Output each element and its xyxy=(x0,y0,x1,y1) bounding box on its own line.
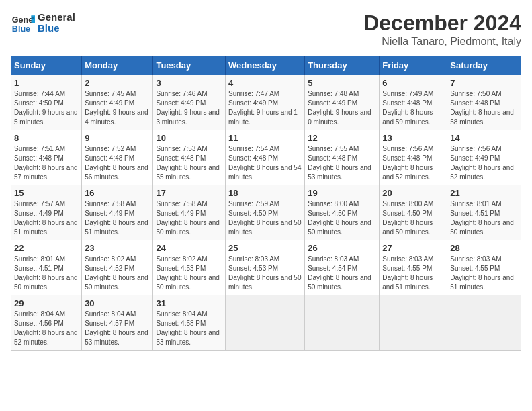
day-number: 20 xyxy=(382,188,444,198)
day-info: Sunrise: 7:55 AM Sunset: 4:48 PM Dayligh… xyxy=(308,144,376,182)
calendar-cell: 12Sunrise: 7:55 AM Sunset: 4:48 PM Dayli… xyxy=(305,130,380,185)
header-day-thursday: Thursday xyxy=(305,56,380,75)
calendar-cell: 19Sunrise: 8:00 AM Sunset: 4:50 PM Dayli… xyxy=(305,185,380,240)
calendar-cell: 28Sunrise: 8:03 AM Sunset: 4:55 PM Dayli… xyxy=(447,240,521,295)
week-row-3: 15Sunrise: 7:57 AM Sunset: 4:49 PM Dayli… xyxy=(11,185,521,240)
calendar-cell: 20Sunrise: 8:00 AM Sunset: 4:50 PM Dayli… xyxy=(380,185,447,240)
calendar-cell: 1Sunrise: 7:44 AM Sunset: 4:50 PM Daylig… xyxy=(11,75,82,130)
calendar-table: SundayMondayTuesdayWednesdayThursdayFrid… xyxy=(11,56,521,351)
day-number: 21 xyxy=(450,188,518,198)
calendar-cell: 31Sunrise: 8:04 AM Sunset: 4:58 PM Dayli… xyxy=(153,295,226,351)
logo-icon: General Blue xyxy=(11,11,35,35)
calendar-cell xyxy=(380,295,447,351)
day-number: 8 xyxy=(14,133,79,143)
day-info: Sunrise: 7:53 AM Sunset: 4:48 PM Dayligh… xyxy=(156,144,222,182)
day-number: 18 xyxy=(228,188,302,198)
calendar-cell: 13Sunrise: 7:56 AM Sunset: 4:48 PM Dayli… xyxy=(380,130,447,185)
week-row-1: 1Sunrise: 7:44 AM Sunset: 4:50 PM Daylig… xyxy=(11,75,521,130)
day-info: Sunrise: 8:02 AM Sunset: 4:52 PM Dayligh… xyxy=(85,255,150,292)
day-number: 1 xyxy=(14,78,79,88)
svg-text:Blue: Blue xyxy=(12,24,30,34)
day-info: Sunrise: 7:46 AM Sunset: 4:49 PM Dayligh… xyxy=(156,89,222,127)
day-info: Sunrise: 7:57 AM Sunset: 4:49 PM Dayligh… xyxy=(14,199,79,237)
day-info: Sunrise: 7:47 AM Sunset: 4:49 PM Dayligh… xyxy=(228,89,302,127)
day-number: 13 xyxy=(382,133,444,143)
week-row-4: 22Sunrise: 8:01 AM Sunset: 4:51 PM Dayli… xyxy=(11,240,521,295)
day-number: 28 xyxy=(450,243,518,253)
day-info: Sunrise: 8:03 AM Sunset: 4:54 PM Dayligh… xyxy=(308,255,376,292)
day-number: 16 xyxy=(85,188,150,198)
calendar-cell: 21Sunrise: 8:01 AM Sunset: 4:51 PM Dayli… xyxy=(447,185,521,240)
day-number: 17 xyxy=(156,188,222,198)
day-number: 26 xyxy=(308,243,376,253)
day-number: 15 xyxy=(14,188,79,198)
calendar-cell: 7Sunrise: 7:50 AM Sunset: 4:48 PM Daylig… xyxy=(447,75,521,130)
day-info: Sunrise: 7:48 AM Sunset: 4:49 PM Dayligh… xyxy=(308,89,376,127)
header-row: SundayMondayTuesdayWednesdayThursdayFrid… xyxy=(11,56,521,75)
calendar-cell: 14Sunrise: 7:56 AM Sunset: 4:49 PM Dayli… xyxy=(447,130,521,185)
day-info: Sunrise: 8:00 AM Sunset: 4:50 PM Dayligh… xyxy=(308,199,376,237)
day-number: 30 xyxy=(85,298,150,308)
logo-text: General Blue xyxy=(38,12,75,34)
calendar-cell: 9Sunrise: 7:52 AM Sunset: 4:48 PM Daylig… xyxy=(82,130,153,185)
day-info: Sunrise: 7:44 AM Sunset: 4:50 PM Dayligh… xyxy=(14,89,79,127)
day-number: 23 xyxy=(85,243,150,253)
day-number: 9 xyxy=(85,133,150,143)
day-info: Sunrise: 7:49 AM Sunset: 4:48 PM Dayligh… xyxy=(382,89,444,127)
calendar-cell: 26Sunrise: 8:03 AM Sunset: 4:54 PM Dayli… xyxy=(305,240,380,295)
day-number: 19 xyxy=(308,188,376,198)
day-info: Sunrise: 7:58 AM Sunset: 4:49 PM Dayligh… xyxy=(85,199,150,237)
day-number: 6 xyxy=(382,78,444,88)
day-number: 14 xyxy=(450,133,518,143)
calendar-cell: 29Sunrise: 8:04 AM Sunset: 4:56 PM Dayli… xyxy=(11,295,82,351)
day-number: 11 xyxy=(228,133,302,143)
day-info: Sunrise: 7:59 AM Sunset: 4:50 PM Dayligh… xyxy=(228,199,302,237)
calendar-cell: 23Sunrise: 8:02 AM Sunset: 4:52 PM Dayli… xyxy=(82,240,153,295)
calendar-cell: 8Sunrise: 7:51 AM Sunset: 4:48 PM Daylig… xyxy=(11,130,82,185)
calendar-cell: 27Sunrise: 8:03 AM Sunset: 4:55 PM Dayli… xyxy=(380,240,447,295)
header-day-saturday: Saturday xyxy=(447,56,521,75)
calendar-cell: 25Sunrise: 8:03 AM Sunset: 4:53 PM Dayli… xyxy=(226,240,305,295)
day-info: Sunrise: 8:00 AM Sunset: 4:50 PM Dayligh… xyxy=(382,199,444,237)
week-row-5: 29Sunrise: 8:04 AM Sunset: 4:56 PM Dayli… xyxy=(11,295,521,351)
week-row-2: 8Sunrise: 7:51 AM Sunset: 4:48 PM Daylig… xyxy=(11,130,521,185)
main-title: December 2024 xyxy=(363,11,521,36)
day-info: Sunrise: 7:45 AM Sunset: 4:49 PM Dayligh… xyxy=(85,89,150,127)
day-info: Sunrise: 8:03 AM Sunset: 4:55 PM Dayligh… xyxy=(450,255,518,292)
calendar-cell: 5Sunrise: 7:48 AM Sunset: 4:49 PM Daylig… xyxy=(305,75,380,130)
day-info: Sunrise: 7:50 AM Sunset: 4:48 PM Dayligh… xyxy=(450,89,518,127)
day-number: 31 xyxy=(156,298,222,308)
day-info: Sunrise: 8:01 AM Sunset: 4:51 PM Dayligh… xyxy=(14,255,79,292)
calendar-cell: 24Sunrise: 8:02 AM Sunset: 4:53 PM Dayli… xyxy=(153,240,226,295)
day-number: 22 xyxy=(14,243,79,253)
day-info: Sunrise: 8:01 AM Sunset: 4:51 PM Dayligh… xyxy=(450,199,518,237)
day-info: Sunrise: 8:04 AM Sunset: 4:57 PM Dayligh… xyxy=(85,310,150,347)
day-info: Sunrise: 8:02 AM Sunset: 4:53 PM Dayligh… xyxy=(156,255,222,292)
day-number: 10 xyxy=(156,133,222,143)
day-info: Sunrise: 8:04 AM Sunset: 4:58 PM Dayligh… xyxy=(156,310,222,347)
day-number: 3 xyxy=(156,78,222,88)
day-info: Sunrise: 8:03 AM Sunset: 4:55 PM Dayligh… xyxy=(382,255,444,292)
header-day-monday: Monday xyxy=(82,56,153,75)
day-info: Sunrise: 7:51 AM Sunset: 4:48 PM Dayligh… xyxy=(14,144,79,182)
day-info: Sunrise: 8:03 AM Sunset: 4:53 PM Dayligh… xyxy=(228,255,302,292)
day-number: 27 xyxy=(382,243,444,253)
calendar-cell: 3Sunrise: 7:46 AM Sunset: 4:49 PM Daylig… xyxy=(153,75,226,130)
calendar-cell: 22Sunrise: 8:01 AM Sunset: 4:51 PM Dayli… xyxy=(11,240,82,295)
day-info: Sunrise: 7:56 AM Sunset: 4:48 PM Dayligh… xyxy=(382,144,444,182)
day-number: 24 xyxy=(156,243,222,253)
day-number: 12 xyxy=(308,133,376,143)
calendar-cell xyxy=(305,295,380,351)
calendar-cell: 6Sunrise: 7:49 AM Sunset: 4:48 PM Daylig… xyxy=(380,75,447,130)
calendar-cell: 15Sunrise: 7:57 AM Sunset: 4:49 PM Dayli… xyxy=(11,185,82,240)
day-info: Sunrise: 8:04 AM Sunset: 4:56 PM Dayligh… xyxy=(14,310,79,347)
calendar-cell xyxy=(226,295,305,351)
day-info: Sunrise: 7:58 AM Sunset: 4:49 PM Dayligh… xyxy=(156,199,222,237)
subtitle: Niella Tanaro, Piedmont, Italy xyxy=(363,36,521,48)
calendar-cell: 16Sunrise: 7:58 AM Sunset: 4:49 PM Dayli… xyxy=(82,185,153,240)
day-number: 2 xyxy=(85,78,150,88)
calendar-cell: 18Sunrise: 7:59 AM Sunset: 4:50 PM Dayli… xyxy=(226,185,305,240)
header-day-sunday: Sunday xyxy=(11,56,82,75)
header-day-tuesday: Tuesday xyxy=(153,56,226,75)
title-area: December 2024 Niella Tanaro, Piedmont, I… xyxy=(363,11,521,48)
